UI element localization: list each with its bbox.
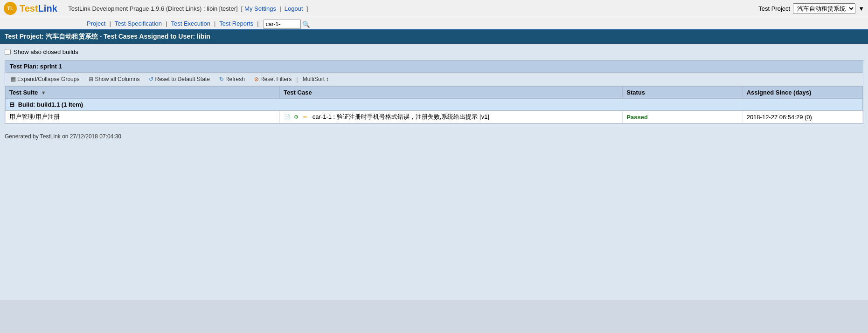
logo-area: TL TestLink [4,2,57,15]
test-plan-box: Test Plan: sprint 1 ▦ Expand/Collapse Gr… [5,60,863,124]
search-input[interactable] [264,20,301,29]
refresh-label: Refresh [225,76,245,82]
case-sep: : [333,113,337,120]
show-closed-builds-row: Show also closed builds [5,48,863,55]
my-settings-link[interactable]: My Settings [244,5,276,12]
col-header-status: Status [623,87,743,99]
test-project-select[interactable]: 汽车自动租赁系统 [793,3,855,14]
nav-test-reports[interactable]: Test Reports [216,18,256,29]
row-suite: 用户管理/用户注册 [6,111,280,123]
search-button[interactable]: 🔍 [302,21,310,28]
page-header-text: Test Project: 汽车自动租赁系统 - Test Cases Assi… [5,33,210,40]
col-header-assigned: Assigned Since (days) [743,87,862,99]
multisort-button[interactable]: MultiSort ↕ [301,75,331,83]
build-row: ⊟ Build: build1.1 (1 Item) [6,99,863,111]
tc-gear-icon[interactable]: ⚙ [292,114,300,121]
columns-icon: ⊞ [89,76,93,82]
reset-filters-button[interactable]: ⊘ Reset Filters [252,75,293,83]
reset-default-button[interactable]: ↺ Reset to Default State [147,75,211,83]
show-closed-builds-label: Show also closed builds [14,48,78,55]
row-status: Passed [623,111,743,123]
status-badge: Passed [626,114,648,121]
header: TL TestLink TestLink Development Prague … [0,0,868,17]
expand-collapse-label: Expand/Collapse Groups [17,76,79,82]
build-row-cell: ⊟ Build: build1.1 (1 Item) [6,99,863,111]
logo-text: TestLink [20,3,57,14]
content: Show also closed builds Test Plan: sprin… [0,44,868,300]
reset-default-label: Reset to Default State [155,76,209,82]
test-cases-table: Test Suite ▼ Test Case Status Assigned S… [5,86,863,123]
show-all-columns-label: Show all Columns [95,76,139,82]
tc-edit-icon[interactable]: ✏ [301,114,309,121]
suite-filter-icon[interactable]: ▼ [41,90,46,95]
show-all-columns-button[interactable]: ⊞ Show all Columns [87,75,141,83]
logout-link[interactable]: Logout [285,5,303,12]
expand-collapse-button[interactable]: ▦ Expand/Collapse Groups [9,75,81,83]
nav-test-execution[interactable]: Test Execution [168,18,213,29]
test-project-label: Test Project [758,5,790,12]
case-id: car-1-1 [312,113,332,120]
search-icon: 🔍 [302,21,310,28]
case-name: 验证注册时手机号格式错误，注册失败,系统给出提示 [v1] [337,113,489,120]
navbar: Project | Test Specification | Test Exec… [0,17,868,30]
reset-filters-icon: ⊘ [254,76,259,82]
reset-default-icon: ↺ [149,76,153,82]
test-plan-header: Test Plan: sprint 1 [5,61,863,73]
test-plan-label: Test Plan: sprint 1 [10,63,62,70]
row-case: 📄 ⚙ ✏ car-1-1 : 验证注册时手机号格式错误，注册失败,系统给出提示… [280,111,623,123]
footer-generated: Generated by TestLink on 27/12/2018 07:0… [5,129,863,142]
multisort-icon: ↕ [326,76,329,82]
nav-sep-1: | [108,18,111,29]
tc-doc-icon[interactable]: 📄 [284,114,291,121]
nav-sep-3: | [213,18,216,29]
nav-sep-2: | [165,18,168,29]
expand-collapse-icon: ▦ [11,76,16,82]
nav-search: 🔍 [264,20,310,29]
test-project-selector: Test Project 汽车自动租赁系统 ▼ [758,3,864,14]
col-header-case: Test Case [280,87,623,99]
reset-filters-label: Reset Filters [260,76,292,82]
table-row: 用户管理/用户注册 📄 ⚙ ✏ car-1-1 : 验证注册时手机号格式错误，注… [6,111,863,123]
nav-test-specification[interactable]: Test Specification [112,18,165,29]
app-title: TestLink Development Prague 1.9.6 (Direc… [68,5,237,12]
toolbar-sep-5: | [296,76,298,83]
build-collapse-icon[interactable]: ⊟ [9,101,14,108]
build-label: Build: build1.1 (1 Item) [18,101,83,108]
header-info: TestLink Development Prague 1.9.6 (Direc… [67,5,308,12]
toolbar: ▦ Expand/Collapse Groups ⊞ Show all Colu… [5,73,863,86]
footer-text: Generated by TestLink on 27/12/2018 07:0… [5,133,121,140]
nav-sep-4: | [256,18,259,29]
logo-icon: TL [4,2,17,15]
tc-icons: 📄 ⚙ ✏ [284,114,309,121]
refresh-icon: ↻ [219,76,224,82]
show-closed-builds-checkbox[interactable] [5,49,11,55]
chevron-down-icon: ▼ [858,5,864,12]
row-assigned: 2018-12-27 06:54:29 (0) [743,111,862,123]
refresh-button[interactable]: ↻ Refresh [217,75,247,83]
col-header-suite: Test Suite ▼ [6,87,280,99]
page-header-bar: Test Project: 汽车自动租赁系统 - Test Cases Assi… [0,30,868,44]
nav-project[interactable]: Project [84,18,108,29]
multisort-label: MultiSort [303,76,325,82]
